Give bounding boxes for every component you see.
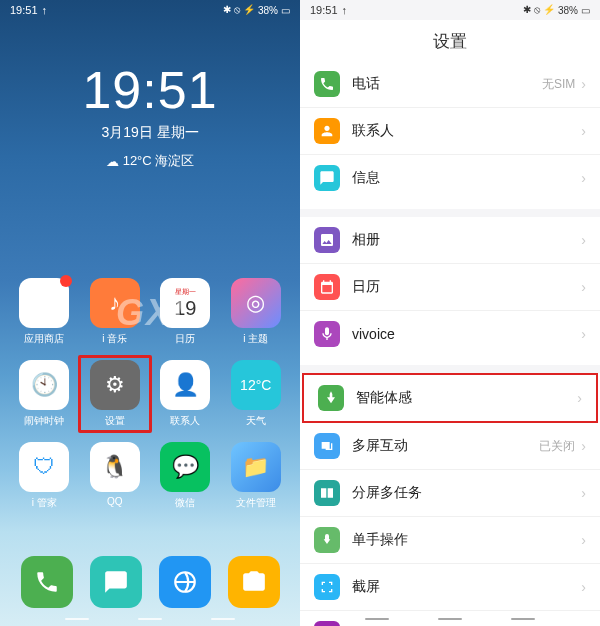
settings-item-phone[interactable]: 电话无SIM› <box>300 61 600 108</box>
chevron-right-icon: › <box>581 123 586 139</box>
settings-item-label: 日历 <box>352 278 581 296</box>
dock-phone[interactable] <box>21 556 73 608</box>
status-arrow-icon: ↑ <box>42 4 48 16</box>
nav-bar-right <box>300 612 600 626</box>
theme-icon: ◎ <box>231 278 281 328</box>
capture-icon <box>314 574 340 600</box>
app-theme[interactable]: ◎ i 主题 <box>224 278 289 346</box>
mic-icon <box>314 321 340 347</box>
settings-item-label: 联系人 <box>352 122 581 140</box>
status-arrow-icon: ↑ <box>342 4 348 16</box>
music-icon: ♪ <box>90 278 140 328</box>
status-battery: 38% <box>258 5 278 16</box>
settings-item-value: 已关闭 <box>539 438 575 455</box>
hand-icon <box>318 385 344 411</box>
app-weather[interactable]: 12°C 天气 <box>224 360 289 428</box>
settings-item-message[interactable]: 信息› <box>300 155 600 201</box>
settings-item-mic[interactable]: vivoice› <box>300 311 600 357</box>
watermark-url: system.com <box>533 594 592 606</box>
settings-item-hand[interactable]: 智能体感› <box>302 373 598 423</box>
battery-icon: ▭ <box>581 5 590 16</box>
shield-icon: 🛡 <box>19 442 69 492</box>
settings-item-label: 单手操作 <box>352 531 581 549</box>
clock-widget[interactable]: 19:51 3月19日 星期一 ☁ 12°C 海淀区 <box>0 60 300 170</box>
phone-icon <box>314 71 340 97</box>
clock-time: 19:51 <box>0 60 300 120</box>
nav-home[interactable] <box>438 618 462 620</box>
wechat-icon: 💬 <box>160 442 210 492</box>
settings-item-label: 信息 <box>352 169 581 187</box>
dock-messages[interactable] <box>90 556 142 608</box>
badge-icon <box>60 275 72 287</box>
chevron-right-icon: › <box>581 579 586 595</box>
status-icons: ✱ ⦸ ⚡ <box>223 4 255 16</box>
weather-icon: ☁ <box>106 154 119 169</box>
chevron-right-icon: › <box>581 438 586 454</box>
app-wechat[interactable]: 💬 微信 <box>153 442 218 510</box>
battery-icon: ▭ <box>281 5 290 16</box>
image-icon <box>314 227 340 253</box>
chevron-right-icon: › <box>581 170 586 186</box>
app-music[interactable]: ♪ i 音乐 <box>83 278 148 346</box>
chevron-right-icon: › <box>581 76 586 92</box>
split-icon <box>314 480 340 506</box>
settings-item-label: 电话 <box>352 75 542 93</box>
chevron-right-icon: › <box>581 532 586 548</box>
calendar-icon <box>314 274 340 300</box>
app-calendar[interactable]: 星期一 19 日历 <box>153 278 218 346</box>
app-settings-highlighted[interactable]: ⚙ 设置 <box>78 355 153 433</box>
dock <box>0 556 300 608</box>
settings-list: 电话无SIM›联系人›信息›相册›日历›vivoice›智能体感›多屏互动已关闭… <box>300 61 600 626</box>
home-screen: 19:51 ↑ ✱ ⦸ ⚡ 38% ▭ 19:51 3月19日 星期一 ☁ 12… <box>0 0 300 626</box>
settings-item-label: 相册 <box>352 231 581 249</box>
status-time: 19:51 <box>310 4 338 16</box>
app-store[interactable]: 🛍 应用商店 <box>12 278 77 346</box>
nav-home[interactable] <box>138 618 162 620</box>
chevron-right-icon: › <box>581 279 586 295</box>
gear-icon: ⚙ <box>90 360 140 410</box>
app-clock[interactable]: 🕙 闹钟时钟 <box>12 360 77 428</box>
clock-icon: 🕙 <box>19 360 69 410</box>
status-bar-right: 19:51 ↑ ✱ ⦸ ⚡ 38% ▭ <box>300 0 600 20</box>
settings-item-image[interactable]: 相册› <box>300 217 600 264</box>
chevron-right-icon: › <box>581 326 586 342</box>
settings-item-value: 无SIM <box>542 76 575 93</box>
settings-item-screens[interactable]: 多屏互动已关闭› <box>300 423 600 470</box>
person-icon <box>314 118 340 144</box>
qq-icon: 🐧 <box>90 442 140 492</box>
app-files[interactable]: 📁 文件管理 <box>224 442 289 510</box>
app-qq[interactable]: 🐧 QQ <box>83 442 148 510</box>
app-grid: 🛍 应用商店 ♪ i 音乐 星期一 19 日历 ◎ i 主题 🕙 <box>0 278 300 510</box>
calendar-icon: 星期一 19 <box>160 278 210 328</box>
app-manager[interactable]: 🛡 i 管家 <box>12 442 77 510</box>
status-battery: 38% <box>558 5 578 16</box>
dock-camera[interactable] <box>228 556 280 608</box>
weather-app-icon: 12°C <box>231 360 281 410</box>
dock-browser[interactable] <box>159 556 211 608</box>
nav-recent[interactable] <box>211 618 235 620</box>
nav-back[interactable] <box>365 618 389 620</box>
nav-back[interactable] <box>65 618 89 620</box>
clock-date: 3月19日 星期一 <box>0 124 300 142</box>
settings-item-label: 分屏多任务 <box>352 484 581 502</box>
folder-icon: 📁 <box>231 442 281 492</box>
clock-weather: ☁ 12°C 海淀区 <box>0 152 300 170</box>
status-time: 19:51 <box>10 4 38 16</box>
status-icons: ✱ ⦸ ⚡ <box>523 4 555 16</box>
app-contacts[interactable]: 👤 联系人 <box>153 360 218 428</box>
chevron-right-icon: › <box>577 390 582 406</box>
message-icon <box>314 165 340 191</box>
status-bar-left: 19:51 ↑ ✱ ⦸ ⚡ 38% ▭ <box>0 0 300 20</box>
settings-item-split[interactable]: 分屏多任务› <box>300 470 600 517</box>
settings-item-onehand[interactable]: 单手操作› <box>300 517 600 564</box>
screens-icon <box>314 433 340 459</box>
settings-item-calendar[interactable]: 日历› <box>300 264 600 311</box>
nav-recent[interactable] <box>511 618 535 620</box>
settings-item-label: 多屏互动 <box>352 437 539 455</box>
nav-bar-left <box>0 612 300 626</box>
settings-title: 设置 <box>300 20 600 61</box>
chevron-right-icon: › <box>581 232 586 248</box>
person-icon: 👤 <box>160 360 210 410</box>
chevron-right-icon: › <box>581 485 586 501</box>
settings-item-person[interactable]: 联系人› <box>300 108 600 155</box>
